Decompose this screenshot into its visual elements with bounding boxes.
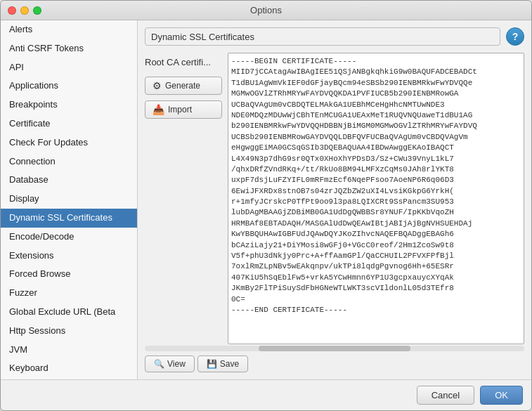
close-button[interactable] xyxy=(8,6,16,15)
window-title: Options xyxy=(250,5,282,15)
view-save-group: 🔍 View 💾 Save xyxy=(145,355,521,372)
sidebar-item-forced-browse[interactable]: Forced Browse xyxy=(1,265,137,284)
panel-title xyxy=(145,27,500,46)
view-button[interactable]: 🔍 View xyxy=(145,355,195,372)
save-button[interactable]: 💾 Save xyxy=(197,355,248,372)
cancel-button[interactable]: Cancel xyxy=(417,386,474,405)
ok-button[interactable]: OK xyxy=(480,386,523,405)
help-button[interactable]: ? xyxy=(506,27,524,46)
sidebar-item-api[interactable]: API xyxy=(1,58,137,77)
sidebar-item-keyboard[interactable]: Keyboard xyxy=(1,359,137,378)
generate-button[interactable]: ⚙ Generate xyxy=(145,77,222,95)
window-controls xyxy=(8,6,41,15)
certificate-content[interactable] xyxy=(228,53,524,344)
main-panel: ? Root CA certifi... ⚙ Generate 📥 Import xyxy=(138,20,531,379)
sidebar-item-global-exclude-url-beta[interactable]: Global Exclude URL (Beta xyxy=(1,303,137,322)
generate-icon: ⚙ xyxy=(153,80,162,91)
cert-controls: Root CA certifi... ⚙ Generate 📥 Import xyxy=(145,53,222,344)
sidebar-item-database[interactable]: Database xyxy=(1,171,137,190)
scrollbar-thumb[interactable] xyxy=(259,346,410,351)
footer: Cancel OK xyxy=(1,379,531,410)
sidebar-item-dynamic-ssl-certificates[interactable]: Dynamic SSL Certificates xyxy=(1,209,137,228)
minimize-button[interactable] xyxy=(20,6,29,15)
sidebar-item-encodedecode[interactable]: Encode/Decode xyxy=(1,228,137,247)
sidebar-item-connection[interactable]: Connection xyxy=(1,152,137,171)
horizontal-scrollbar[interactable] xyxy=(145,346,524,351)
save-icon: 💾 xyxy=(207,359,217,369)
main-content: AlertsAnti CSRF TokensAPIApplicationsBre… xyxy=(1,20,531,379)
titlebar: Options xyxy=(1,1,531,20)
sidebar-item-fuzzer[interactable]: Fuzzer xyxy=(1,284,137,303)
panel-header: ? xyxy=(145,27,524,46)
import-button[interactable]: 📥 Import xyxy=(145,100,222,119)
view-icon: 🔍 xyxy=(154,359,164,369)
maximize-button[interactable] xyxy=(33,6,41,15)
sidebar-item-display[interactable]: Display xyxy=(1,190,137,209)
sidebar-item-extensions[interactable]: Extensions xyxy=(1,247,137,266)
sidebar-item-applications[interactable]: Applications xyxy=(1,77,137,96)
sidebar-item-alerts[interactable]: Alerts xyxy=(1,20,137,39)
sidebar-item-http-sessions[interactable]: Http Sessions xyxy=(1,322,137,341)
certificate-area: Root CA certifi... ⚙ Generate 📥 Import xyxy=(145,53,524,344)
sidebar-item-breakpoints[interactable]: Breakpoints xyxy=(1,96,137,115)
cert-bottom-bar: 🔍 View 💾 Save xyxy=(145,355,524,372)
cert-label: Root CA certifi... xyxy=(145,54,222,71)
sidebar-item-anti-csrf-tokens[interactable]: Anti CSRF Tokens xyxy=(1,39,137,58)
sidebar: AlertsAnti CSRF TokensAPIApplicationsBre… xyxy=(1,20,138,379)
options-window: Options AlertsAnti CSRF TokensAPIApplica… xyxy=(0,0,532,411)
sidebar-item-check-for-updates[interactable]: Check For Updates xyxy=(1,133,137,152)
import-icon: 📥 xyxy=(153,104,164,115)
sidebar-item-jvm[interactable]: JVM xyxy=(1,341,137,360)
certificate-text-area xyxy=(228,53,524,344)
sidebar-item-certificate[interactable]: Certificate xyxy=(1,115,137,133)
